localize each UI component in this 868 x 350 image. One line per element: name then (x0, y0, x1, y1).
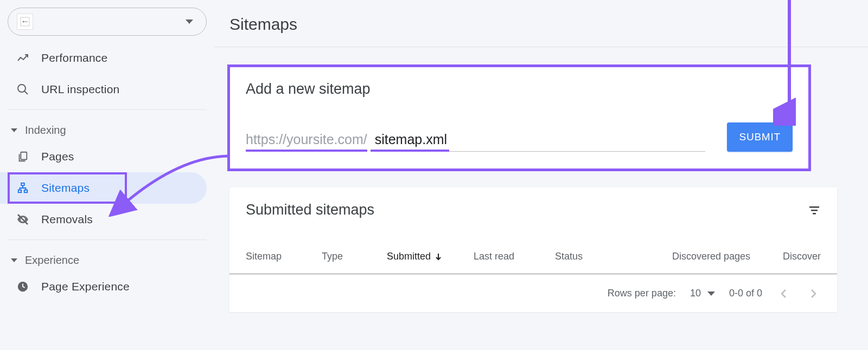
sitemap-icon (16, 182, 29, 195)
chevron-down-icon (11, 258, 17, 262)
rpp-value: 10 (690, 288, 701, 299)
next-page-button[interactable] (806, 288, 821, 299)
property-thumb-icon (17, 14, 33, 30)
svg-rect-5 (18, 190, 22, 193)
sitemap-url-input[interactable]: sitemap.xml (371, 132, 706, 152)
property-selector[interactable] (8, 8, 207, 36)
sitemap-input-row: https://yoursite.com/ sitemap.xml SUBMIT (246, 122, 793, 152)
nav-label: Performance (41, 51, 107, 64)
pages-icon (16, 150, 29, 163)
main-content: Sitemaps Add a new sitemap https://yours… (214, 0, 868, 350)
performance-icon (16, 51, 29, 64)
nav-group-experience[interactable]: Experience (0, 244, 214, 271)
group-label: Indexing (25, 124, 66, 137)
group-label: Experience (25, 254, 79, 267)
sitemap-url-prefix: https://yoursite.com/ (246, 132, 367, 152)
removals-icon (16, 213, 29, 226)
rows-per-page-label: Rows per page: (608, 288, 676, 299)
table-header: Sitemap Type Submitted Last read Status … (229, 232, 837, 275)
prev-page-button[interactable] (776, 288, 792, 299)
svg-rect-3 (21, 152, 27, 160)
sort-down-icon (434, 252, 443, 261)
submitted-heading: Submitted sitemaps (246, 202, 374, 218)
submitted-sitemaps-card: Submitted sitemaps Sitemap Type Submitte… (229, 187, 837, 312)
page-range: 0-0 of 0 (729, 288, 762, 299)
svg-rect-10 (811, 210, 818, 211)
page-experience-icon (16, 280, 29, 293)
chevron-down-icon (707, 291, 715, 296)
svg-rect-9 (809, 206, 819, 208)
col-discovered-trunc[interactable]: Discover (750, 251, 821, 262)
nav-url-inspection[interactable]: URL inspection (0, 74, 207, 105)
divider (8, 239, 207, 240)
page-title: Sitemaps (214, 15, 868, 47)
add-sitemap-heading: Add a new sitemap (246, 81, 793, 98)
col-submitted-label: Submitted (387, 251, 431, 262)
svg-point-2 (18, 85, 25, 92)
filter-icon[interactable] (808, 204, 821, 217)
svg-rect-11 (813, 213, 816, 215)
chevron-down-icon (11, 128, 17, 132)
col-type[interactable]: Type (322, 251, 387, 262)
divider (8, 109, 207, 110)
col-discovered-pages[interactable]: Discovered pages (642, 251, 750, 262)
nav-sitemaps[interactable]: Sitemaps (0, 172, 207, 204)
rows-per-page-select[interactable]: 10 (690, 288, 715, 299)
add-sitemap-card: Add a new sitemap https://yoursite.com/ … (229, 67, 809, 169)
nav-label: Pages (41, 150, 74, 163)
submit-button[interactable]: SUBMIT (727, 122, 793, 152)
nav-page-experience[interactable]: Page Experience (0, 271, 207, 302)
sitemap-url-value: sitemap.xml (371, 132, 449, 152)
col-last-read[interactable]: Last read (474, 251, 555, 262)
nav-removals[interactable]: Removals (0, 204, 207, 235)
search-icon (16, 83, 29, 96)
col-submitted[interactable]: Submitted (387, 251, 474, 262)
nav-label: URL inspection (41, 83, 119, 96)
nav-group-indexing[interactable]: Indexing (0, 114, 214, 141)
col-status[interactable]: Status (555, 251, 642, 262)
svg-rect-6 (24, 190, 28, 193)
col-sitemap[interactable]: Sitemap (246, 251, 322, 262)
nav-performance[interactable]: Performance (0, 42, 207, 74)
nav-label: Removals (41, 213, 93, 226)
nav-label: Page Experience (41, 280, 130, 293)
svg-rect-4 (21, 183, 24, 186)
table-footer: Rows per page: 10 0-0 of 0 (229, 275, 837, 312)
nav-pages[interactable]: Pages (0, 141, 207, 172)
sidebar: Performance URL inspection Indexing Page… (0, 0, 214, 350)
nav-label: Sitemaps (41, 182, 90, 195)
chevron-down-icon (186, 20, 193, 24)
